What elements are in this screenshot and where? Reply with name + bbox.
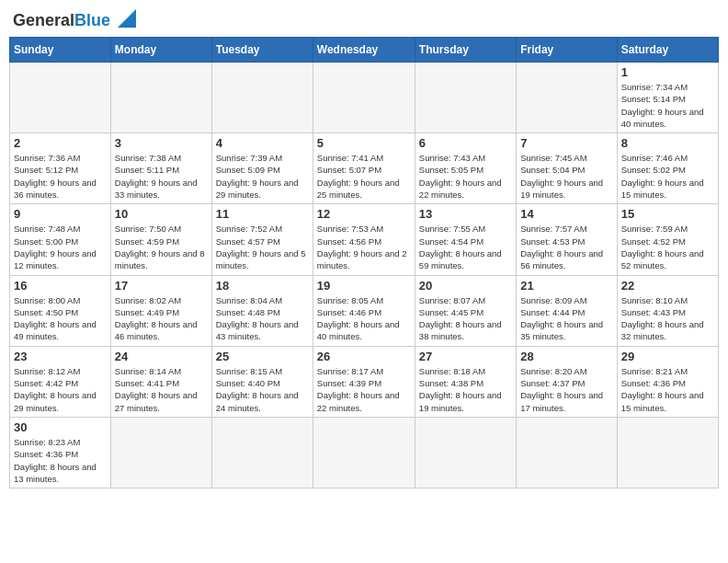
day-info: Sunrise: 8:17 AM Sunset: 4:39 PM Dayligh… bbox=[317, 365, 411, 414]
day-info: Sunrise: 8:18 AM Sunset: 4:38 PM Dayligh… bbox=[419, 365, 512, 414]
day-cell: 24Sunrise: 8:14 AM Sunset: 4:41 PM Dayli… bbox=[110, 346, 211, 417]
day-number: 30 bbox=[14, 420, 107, 434]
calendar-body: 1Sunrise: 7:34 AM Sunset: 5:14 PM Daylig… bbox=[10, 63, 719, 488]
day-number: 20 bbox=[419, 279, 512, 293]
day-cell: 8Sunrise: 7:46 AM Sunset: 5:02 PM Daylig… bbox=[617, 133, 718, 204]
day-info: Sunrise: 7:53 AM Sunset: 4:56 PM Dayligh… bbox=[317, 223, 411, 271]
day-cell: 11Sunrise: 7:52 AM Sunset: 4:57 PM Dayli… bbox=[211, 204, 313, 275]
day-cell: 3Sunrise: 7:38 AM Sunset: 5:11 PM Daylig… bbox=[110, 133, 211, 204]
day-cell: 6Sunrise: 7:43 AM Sunset: 5:05 PM Daylig… bbox=[415, 133, 516, 204]
day-cell: 4Sunrise: 7:39 AM Sunset: 5:09 PM Daylig… bbox=[211, 133, 313, 204]
day-number: 14 bbox=[520, 207, 612, 221]
day-number: 11 bbox=[216, 207, 309, 221]
day-info: Sunrise: 8:21 AM Sunset: 4:36 PM Dayligh… bbox=[621, 365, 714, 414]
day-number: 19 bbox=[317, 279, 411, 293]
day-info: Sunrise: 8:10 AM Sunset: 4:43 PM Dayligh… bbox=[621, 294, 714, 343]
week-row-5: 23Sunrise: 8:12 AM Sunset: 4:42 PM Dayli… bbox=[10, 346, 719, 417]
day-cell bbox=[415, 417, 516, 488]
day-cell: 1Sunrise: 7:34 AM Sunset: 5:14 PM Daylig… bbox=[617, 63, 718, 133]
day-cell: 25Sunrise: 8:15 AM Sunset: 4:40 PM Dayli… bbox=[211, 346, 313, 417]
day-info: Sunrise: 7:41 AM Sunset: 5:07 PM Dayligh… bbox=[317, 152, 411, 201]
day-cell: 23Sunrise: 8:12 AM Sunset: 4:42 PM Dayli… bbox=[10, 346, 111, 417]
day-cell: 22Sunrise: 8:10 AM Sunset: 4:43 PM Dayli… bbox=[617, 275, 718, 346]
day-cell bbox=[415, 63, 516, 133]
day-info: Sunrise: 8:12 AM Sunset: 4:42 PM Dayligh… bbox=[14, 365, 107, 414]
day-info: Sunrise: 8:04 AM Sunset: 4:48 PM Dayligh… bbox=[216, 294, 309, 343]
day-info: Sunrise: 7:59 AM Sunset: 4:52 PM Dayligh… bbox=[621, 223, 714, 271]
weekday-header-friday: Friday bbox=[517, 38, 617, 63]
weekday-header-thursday: Thursday bbox=[415, 38, 516, 63]
day-number: 13 bbox=[419, 207, 512, 221]
day-info: Sunrise: 8:09 AM Sunset: 4:44 PM Dayligh… bbox=[520, 294, 612, 343]
day-number: 29 bbox=[621, 350, 714, 363]
calendar: SundayMondayTuesdayWednesdayThursdayFrid… bbox=[9, 37, 719, 488]
day-info: Sunrise: 8:05 AM Sunset: 4:46 PM Dayligh… bbox=[317, 294, 411, 343]
day-cell: 28Sunrise: 8:20 AM Sunset: 4:37 PM Dayli… bbox=[517, 346, 617, 417]
day-info: Sunrise: 7:34 AM Sunset: 5:14 PM Dayligh… bbox=[621, 81, 714, 130]
day-info: Sunrise: 7:43 AM Sunset: 5:05 PM Dayligh… bbox=[419, 152, 512, 201]
day-cell bbox=[313, 63, 415, 133]
day-cell bbox=[110, 63, 211, 133]
day-cell: 14Sunrise: 7:57 AM Sunset: 4:53 PM Dayli… bbox=[517, 204, 617, 275]
svg-marker-0 bbox=[118, 9, 136, 28]
weekday-header-saturday: Saturday bbox=[617, 38, 718, 63]
day-info: Sunrise: 8:07 AM Sunset: 4:45 PM Dayligh… bbox=[419, 294, 512, 343]
logo-icon bbox=[114, 6, 140, 31]
day-cell: 9Sunrise: 7:48 AM Sunset: 5:00 PM Daylig… bbox=[10, 204, 111, 275]
day-cell: 20Sunrise: 8:07 AM Sunset: 4:45 PM Dayli… bbox=[415, 275, 516, 346]
day-cell: 27Sunrise: 8:18 AM Sunset: 4:38 PM Dayli… bbox=[415, 346, 516, 417]
day-number: 15 bbox=[621, 207, 714, 221]
logo-text: GeneralBlue bbox=[13, 12, 110, 29]
day-info: Sunrise: 7:46 AM Sunset: 5:02 PM Dayligh… bbox=[621, 152, 714, 201]
logo: GeneralBlue bbox=[13, 9, 140, 31]
day-info: Sunrise: 8:23 AM Sunset: 4:36 PM Dayligh… bbox=[14, 436, 107, 485]
day-cell bbox=[110, 417, 211, 488]
day-info: Sunrise: 8:00 AM Sunset: 4:50 PM Dayligh… bbox=[14, 294, 107, 343]
weekday-header-monday: Monday bbox=[110, 38, 211, 63]
day-info: Sunrise: 7:50 AM Sunset: 4:59 PM Dayligh… bbox=[115, 223, 208, 271]
day-info: Sunrise: 8:20 AM Sunset: 4:37 PM Dayligh… bbox=[520, 365, 612, 414]
week-row-2: 2Sunrise: 7:36 AM Sunset: 5:12 PM Daylig… bbox=[10, 133, 719, 204]
day-cell: 18Sunrise: 8:04 AM Sunset: 4:48 PM Dayli… bbox=[211, 275, 313, 346]
day-number: 16 bbox=[14, 279, 107, 293]
day-number: 21 bbox=[520, 279, 612, 293]
day-number: 12 bbox=[317, 207, 411, 221]
day-cell: 29Sunrise: 8:21 AM Sunset: 4:36 PM Dayli… bbox=[617, 346, 718, 417]
header: GeneralBlue bbox=[9, 9, 719, 31]
day-cell bbox=[211, 63, 313, 133]
day-info: Sunrise: 7:45 AM Sunset: 5:04 PM Dayligh… bbox=[520, 152, 612, 201]
day-cell: 21Sunrise: 8:09 AM Sunset: 4:44 PM Dayli… bbox=[517, 275, 617, 346]
week-row-3: 9Sunrise: 7:48 AM Sunset: 5:00 PM Daylig… bbox=[10, 204, 719, 275]
day-cell: 26Sunrise: 8:17 AM Sunset: 4:39 PM Dayli… bbox=[313, 346, 415, 417]
day-cell bbox=[10, 63, 111, 133]
weekday-header-wednesday: Wednesday bbox=[313, 38, 415, 63]
day-number: 3 bbox=[115, 136, 208, 150]
day-cell: 2Sunrise: 7:36 AM Sunset: 5:12 PM Daylig… bbox=[10, 133, 111, 204]
day-number: 28 bbox=[520, 350, 612, 363]
day-cell: 5Sunrise: 7:41 AM Sunset: 5:07 PM Daylig… bbox=[313, 133, 415, 204]
day-number: 7 bbox=[520, 136, 612, 150]
day-number: 26 bbox=[317, 350, 411, 363]
day-info: Sunrise: 7:39 AM Sunset: 5:09 PM Dayligh… bbox=[216, 152, 309, 201]
calendar-header: SundayMondayTuesdayWednesdayThursdayFrid… bbox=[10, 38, 719, 63]
day-info: Sunrise: 7:48 AM Sunset: 5:00 PM Dayligh… bbox=[14, 223, 107, 271]
day-cell bbox=[517, 63, 617, 133]
weekday-header-row: SundayMondayTuesdayWednesdayThursdayFrid… bbox=[10, 38, 719, 63]
day-number: 9 bbox=[14, 207, 107, 221]
day-number: 6 bbox=[419, 136, 512, 150]
day-cell: 19Sunrise: 8:05 AM Sunset: 4:46 PM Dayli… bbox=[313, 275, 415, 346]
day-number: 22 bbox=[621, 279, 714, 293]
weekday-header-sunday: Sunday bbox=[10, 38, 111, 63]
weekday-header-tuesday: Tuesday bbox=[211, 38, 313, 63]
day-number: 10 bbox=[115, 207, 208, 221]
day-number: 8 bbox=[621, 136, 714, 150]
day-cell: 12Sunrise: 7:53 AM Sunset: 4:56 PM Dayli… bbox=[313, 204, 415, 275]
day-info: Sunrise: 8:14 AM Sunset: 4:41 PM Dayligh… bbox=[115, 365, 208, 414]
day-cell bbox=[617, 417, 718, 488]
day-cell: 16Sunrise: 8:00 AM Sunset: 4:50 PM Dayli… bbox=[10, 275, 111, 346]
day-info: Sunrise: 7:57 AM Sunset: 4:53 PM Dayligh… bbox=[520, 223, 612, 271]
day-number: 23 bbox=[14, 350, 107, 363]
logo-blue: Blue bbox=[74, 11, 110, 29]
day-cell: 17Sunrise: 8:02 AM Sunset: 4:49 PM Dayli… bbox=[110, 275, 211, 346]
day-cell: 15Sunrise: 7:59 AM Sunset: 4:52 PM Dayli… bbox=[617, 204, 718, 275]
